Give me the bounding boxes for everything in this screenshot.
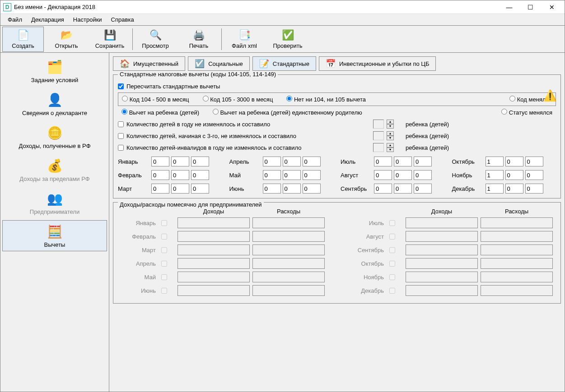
ie-income-mar[interactable] (177, 244, 250, 255)
menu-help[interactable]: Справка (107, 15, 138, 24)
menu-file[interactable]: Файл (4, 15, 26, 24)
ie-expense-jun[interactable] (252, 285, 325, 296)
ie-income-may[interactable] (177, 272, 250, 282)
kids-from3-input[interactable] (373, 131, 384, 140)
close-button[interactable]: ✕ (542, 2, 562, 13)
ie-income-aug[interactable] (406, 231, 478, 242)
month-jul-val1[interactable] (374, 157, 392, 166)
ie-check-feb[interactable] (161, 234, 167, 240)
month-aug-val3[interactable] (414, 170, 432, 180)
month-jul-val2[interactable] (394, 157, 412, 166)
month-oct-val1[interactable] (486, 157, 504, 166)
ie-income-apr[interactable] (177, 258, 250, 269)
ie-check-jul[interactable] (389, 220, 395, 226)
radio-status-changed[interactable]: Статус менялся (501, 109, 552, 116)
sidebar-declarant[interactable]: 👤Сведения о декларанте (2, 88, 107, 120)
ie-check-oct[interactable] (389, 261, 395, 267)
tab-standard[interactable]: 📝Стандартные (252, 56, 316, 71)
month-jul-val3[interactable] (414, 157, 432, 166)
month-nov-val1[interactable] (486, 170, 504, 180)
kids-disabled-input[interactable] (373, 143, 384, 152)
month-sep-val1[interactable] (374, 184, 392, 194)
ie-expense-feb[interactable] (252, 231, 325, 242)
sidebar-income-rf[interactable]: 🪙Доходы, полученные в РФ (2, 121, 107, 152)
menu-settings[interactable]: Настройки (70, 15, 106, 24)
month-jan-val2[interactable] (171, 157, 189, 166)
tb-open[interactable]: 📂Открыть (46, 27, 87, 52)
month-may-val3[interactable] (303, 170, 321, 180)
ie-check-apr[interactable] (161, 261, 167, 267)
month-sep-val3[interactable] (414, 184, 432, 194)
ie-expense-aug[interactable] (481, 231, 553, 242)
tb-preview[interactable]: 🔍Просмотр (135, 27, 176, 52)
kids-disabled-checkbox[interactable] (118, 145, 124, 151)
month-jun-val3[interactable] (303, 184, 321, 194)
tab-social[interactable]: ☑️Социальные (188, 56, 250, 71)
month-mar-val3[interactable] (191, 184, 209, 194)
month-mar-val1[interactable] (151, 184, 169, 194)
month-feb-val2[interactable] (171, 170, 189, 180)
tb-xml[interactable]: 📑Файл xml (224, 27, 265, 52)
radio-105[interactable]: Код 105 - 3000 в месяц (203, 96, 273, 103)
month-dec-val3[interactable] (525, 184, 543, 194)
ie-income-feb[interactable] (177, 231, 250, 242)
ie-expense-jan[interactable] (252, 217, 325, 228)
ie-expense-apr[interactable] (252, 258, 325, 269)
month-may-val1[interactable] (263, 170, 281, 180)
month-oct-val2[interactable] (505, 157, 523, 166)
kids-disabled-spinner[interactable]: ▲▼ (387, 143, 394, 152)
ie-expense-jul[interactable] (481, 217, 553, 228)
ie-income-dec[interactable] (406, 285, 478, 296)
month-nov-val2[interactable] (505, 170, 523, 180)
ie-expense-oct[interactable] (481, 258, 553, 269)
ie-check-dec[interactable] (389, 288, 395, 294)
ie-check-may[interactable] (161, 274, 167, 280)
ie-income-jul[interactable] (406, 217, 478, 228)
minimize-button[interactable]: — (499, 2, 519, 13)
month-feb-val1[interactable] (151, 170, 169, 180)
radio-104[interactable]: Код 104 - 500 в месяц (122, 96, 189, 103)
ie-check-aug[interactable] (389, 234, 395, 240)
tab-invest[interactable]: 📅Инвестиционные и убытки по ЦБ (319, 56, 436, 71)
sidebar-deductions[interactable]: 🧮Вычеты (2, 220, 107, 251)
kids-from3-spinner[interactable]: ▲▼ (387, 131, 394, 140)
recalc-checkbox[interactable] (118, 83, 124, 89)
radio-none[interactable]: Нет ни 104, ни 105 вычета (286, 96, 366, 103)
ie-income-oct[interactable] (406, 258, 478, 269)
month-aug-val1[interactable] (374, 170, 392, 180)
ie-income-jan[interactable] (177, 217, 250, 228)
menu-declaration[interactable]: Декларация (28, 15, 68, 24)
month-apr-val3[interactable] (303, 157, 321, 166)
ie-check-jan[interactable] (161, 220, 167, 226)
ie-income-sep[interactable] (406, 244, 478, 255)
month-nov-val3[interactable] (525, 170, 543, 180)
month-dec-val1[interactable] (486, 184, 504, 194)
month-jan-val3[interactable] (191, 157, 209, 166)
ie-check-mar[interactable] (161, 247, 167, 253)
month-feb-val3[interactable] (191, 170, 209, 180)
month-apr-val1[interactable] (263, 157, 281, 166)
month-sep-val2[interactable] (394, 184, 412, 194)
tb-create[interactable]: 📄Создать (2, 27, 44, 52)
ie-expense-nov[interactable] (481, 272, 553, 282)
maximize-button[interactable]: ☐ (520, 2, 541, 13)
tab-property[interactable]: 🏠Имущественный (113, 56, 185, 71)
ie-expense-dec[interactable] (481, 285, 553, 296)
month-oct-val3[interactable] (525, 157, 543, 166)
tb-save[interactable]: 💾Сохранить (89, 27, 131, 52)
month-may-val2[interactable] (283, 170, 301, 180)
month-jun-val2[interactable] (283, 184, 301, 194)
ie-expense-sep[interactable] (481, 244, 553, 255)
ie-check-jun[interactable] (161, 288, 167, 294)
ie-income-nov[interactable] (406, 272, 478, 282)
radio-single-parent[interactable]: Вычет на ребенка (детей) единственному р… (213, 109, 362, 116)
kids-const-input[interactable] (373, 120, 384, 129)
kids-const-checkbox[interactable] (118, 121, 124, 127)
month-dec-val2[interactable] (505, 184, 523, 194)
ie-check-nov[interactable] (389, 274, 395, 280)
month-jan-val1[interactable] (151, 157, 169, 166)
month-apr-val2[interactable] (283, 157, 301, 166)
tb-check[interactable]: ✅Проверить (267, 27, 308, 52)
tb-print[interactable]: 🖨️Печать (178, 27, 219, 52)
ie-expense-mar[interactable] (252, 244, 325, 255)
